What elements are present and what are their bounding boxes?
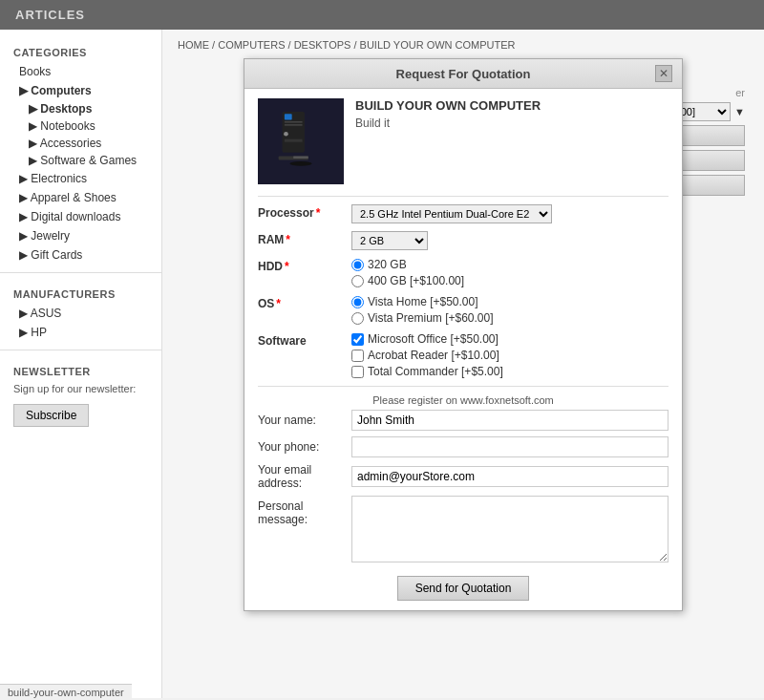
top-bar: ARTICLES	[0, 0, 764, 30]
hdd-option-320[interactable]: 320 GB	[351, 258, 464, 271]
product-header: BUILD YOUR OWN COMPUTER Build it	[258, 98, 668, 184]
newsletter-text: Sign up for our newsletter:	[0, 381, 161, 398]
software-total-cmd[interactable]: Total Commander [+$5.00]	[351, 365, 503, 378]
hdd-radio-320[interactable]	[351, 259, 364, 271]
processor-label: Processor*	[258, 204, 344, 220]
processor-select[interactable]: 2.5 GHz Intel Pentium Dual-Core E2 3.0 G…	[351, 204, 552, 223]
sidebar-item-apparel[interactable]: ▶ Apparel & Shoes	[0, 188, 161, 207]
form-note: Please register on www.foxnetsoft.com	[258, 394, 668, 406]
name-row: Your name:	[258, 410, 668, 431]
hdd-label: HDD*	[258, 258, 344, 273]
breadcrumb-current: BUILD YOUR OWN COMPUTER	[360, 39, 516, 51]
name-input[interactable]	[351, 410, 668, 431]
sidebar-item-books[interactable]: Books	[0, 62, 161, 81]
main-content: HOME / COMPUTERS / DESKTOPS / BUILD YOUR…	[162, 30, 764, 698]
email-label: Your email address:	[258, 463, 344, 490]
software-options: Microsoft Office [+$50.00] Acrobat Reade…	[351, 332, 503, 378]
modal-body: BUILD YOUR OWN COMPUTER Build it Process…	[244, 89, 682, 610]
sidebar-item-giftcards[interactable]: ▶ Gift Cards	[0, 245, 161, 265]
name-label: Your name:	[258, 414, 344, 427]
checkbox-ms-office[interactable]	[351, 333, 364, 346]
checkbox-total-cmd[interactable]	[351, 366, 364, 378]
sidebar-item-computers[interactable]: ▶ Computers	[0, 81, 161, 100]
ram-row: RAM* 2 GB 4 GB 8 GB 16 GB	[258, 231, 668, 250]
os-radio-vista-premium[interactable]	[351, 312, 364, 325]
phone-row: Your phone:	[258, 436, 668, 457]
phone-input[interactable]	[351, 436, 668, 457]
product-image-svg	[267, 108, 334, 175]
message-label: Personal message:	[258, 496, 344, 526]
sidebar-divider-2	[0, 350, 161, 350]
sidebar: CATEGORIES Books ▶ Computers ▶ Desktops …	[0, 30, 162, 698]
top-bar-title: ARTICLES	[15, 8, 85, 22]
sidebar-item-hp[interactable]: ▶ HP	[0, 323, 161, 342]
svg-rect-1	[285, 114, 292, 119]
email-row: Your email address:	[258, 463, 668, 490]
os-row: OS* Vista Home [+$50.00] Vista Premium […	[258, 295, 668, 325]
sidebar-item-electronics[interactable]: ▶ Electronics	[0, 169, 161, 188]
processor-required: *	[316, 206, 321, 220]
message-textarea[interactable]	[351, 496, 668, 562]
svg-point-7	[289, 161, 311, 166]
hdd-radio-400[interactable]	[351, 275, 364, 287]
breadcrumb-desktops[interactable]: DESKTOPS	[294, 39, 351, 51]
hdd-row: HDD* 320 GB 400 GB [+$100.00]	[258, 258, 668, 287]
send-quotation-button[interactable]: Send for Quotation	[397, 576, 530, 601]
ram-select[interactable]: 2 GB 4 GB 8 GB 16 GB	[351, 231, 428, 250]
modal-close-button[interactable]: ✕	[655, 65, 672, 82]
subscribe-button[interactable]: Subscribe	[13, 404, 89, 427]
sidebar-divider-1	[0, 272, 161, 273]
sidebar-item-asus[interactable]: ▶ ASUS	[0, 304, 161, 323]
svg-point-4	[284, 132, 288, 137]
rfq-modal: Request For Quotation ✕	[244, 58, 683, 611]
hdd-option-400[interactable]: 400 GB [+$100.00]	[351, 274, 464, 287]
hdd-options: 320 GB 400 GB [+$100.00]	[351, 258, 464, 287]
software-acrobat[interactable]: Acrobat Reader [+$10.00]	[351, 349, 503, 362]
message-row: Personal message:	[258, 496, 668, 570]
modal-overlay: Request For Quotation ✕	[172, 58, 754, 611]
breadcrumb-computers[interactable]: COMPUTERS	[218, 39, 285, 51]
os-radio-vista-home[interactable]	[351, 296, 364, 308]
phone-label: Your phone:	[258, 440, 344, 454]
processor-row: Processor* 2.5 GHz Intel Pentium Dual-Co…	[258, 204, 668, 223]
checkbox-acrobat[interactable]	[351, 350, 364, 362]
product-name: BUILD YOUR OWN COMPUTER	[355, 98, 541, 113]
os-option-vista-premium[interactable]: Vista Premium [+$60.00]	[351, 311, 494, 325]
software-label: Software	[258, 332, 344, 348]
form-divider-1	[258, 196, 668, 197]
product-image	[258, 98, 344, 184]
modal-title: Request For Quotation	[271, 67, 655, 81]
form-divider-2	[258, 386, 668, 387]
os-options: Vista Home [+$50.00] Vista Premium [+$60…	[351, 295, 494, 325]
sidebar-item-desktops[interactable]: ▶ Desktops	[0, 100, 161, 117]
software-row: Software Microsoft Office [+$50.00] Acro…	[258, 332, 668, 378]
footer-url: build-your-own-computer	[0, 684, 132, 698]
ram-label: RAM*	[258, 231, 344, 246]
product-info: BUILD YOUR OWN COMPUTER Build it	[355, 98, 541, 184]
software-ms-office[interactable]: Microsoft Office [+$50.00]	[351, 332, 503, 346]
svg-rect-3	[285, 124, 303, 126]
sidebar-item-digital[interactable]: ▶ Digital downloads	[0, 207, 161, 226]
modal-header: Request For Quotation ✕	[244, 59, 682, 89]
breadcrumb: HOME / COMPUTERS / DESKTOPS / BUILD YOUR…	[178, 39, 749, 51]
sidebar-item-software[interactable]: ▶ Software & Games	[0, 152, 161, 169]
breadcrumb-home[interactable]: HOME	[178, 39, 209, 51]
svg-rect-5	[285, 139, 303, 142]
svg-rect-2	[285, 121, 303, 123]
manufacturers-label: MANUFACTURERS	[0, 281, 161, 304]
os-label: OS*	[258, 295, 344, 310]
sidebar-item-notebooks[interactable]: ▶ Notebooks	[0, 117, 161, 135]
newsletter-label: NEWSLETTER	[0, 358, 161, 381]
product-tagline: Build it	[355, 117, 541, 130]
os-option-vista-home[interactable]: Vista Home [+$50.00]	[351, 295, 494, 308]
sidebar-item-jewelry[interactable]: ▶ Jewelry	[0, 226, 161, 245]
svg-rect-8	[293, 157, 308, 159]
categories-label: CATEGORIES	[0, 39, 161, 62]
email-input[interactable]	[351, 466, 668, 487]
sidebar-item-accessories[interactable]: ▶ Accessories	[0, 135, 161, 152]
